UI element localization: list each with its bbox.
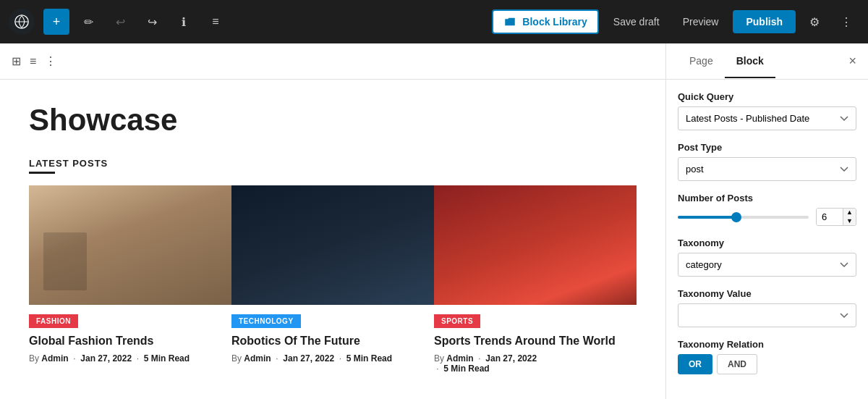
taxonomy-relation-row: OR AND <box>678 354 856 374</box>
post-image-fashion <box>29 185 231 305</box>
increment-button[interactable]: ▲ <box>843 209 856 217</box>
post-readtime-fashion: 5 Min Read <box>144 353 190 364</box>
post-type-label: Post Type <box>678 142 856 153</box>
posts-grid: FASHION Global Fashion Trends By Admin ·… <box>29 185 637 374</box>
settings-button[interactable]: ⚙ <box>801 9 827 35</box>
taxonomy-value-select[interactable] <box>678 303 856 327</box>
quick-query-section: Quick Query Latest Posts - Published Dat… <box>678 91 856 130</box>
taxonomy-value-section: Taxonomy Value <box>678 288 856 327</box>
main-toolbar: + ✏ ↩ ↪ ℹ ≡ Block Library Save draft Pre… <box>0 0 868 43</box>
tab-block[interactable]: Block <box>725 45 775 78</box>
pencil-icon: ✏ <box>84 15 93 29</box>
preview-button[interactable]: Preview <box>674 12 728 32</box>
posts-slider[interactable] <box>678 210 809 224</box>
more-options-button[interactable]: ⋮ <box>833 9 859 35</box>
taxonomy-value-label: Taxonomy Value <box>678 288 856 299</box>
add-block-button[interactable]: + <box>43 9 69 35</box>
editor-secondary-toolbar: ⊞ ≡ ⋮ <box>0 43 665 80</box>
post-date-technology: Jan 27, 2022 <box>283 353 334 364</box>
editor-area: ⊞ ≡ ⋮ Showcase Latest Posts FASHION Glob… <box>0 43 665 399</box>
taxonomy-section: Taxonomy category tag custom <box>678 238 856 277</box>
post-title-technology: Robotics Of The Future <box>231 334 431 349</box>
block-library-label: Block Library <box>522 16 587 28</box>
ellipsis-icon: ⋮ <box>841 15 852 29</box>
list-view-button[interactable]: ≡ <box>203 9 229 35</box>
post-date-sports: Jan 27, 2022 <box>485 353 537 364</box>
post-type-select[interactable]: post page custom <box>678 157 856 181</box>
post-meta-technology: By Admin · Jan 27, 2022 · 5 Min Read <box>231 353 431 364</box>
post-type-section: Post Type post page custom <box>678 142 856 181</box>
info-button[interactable]: ℹ <box>171 9 197 35</box>
post-date-fashion: Jan 27, 2022 <box>80 353 132 364</box>
redo-icon: ↪ <box>148 15 157 29</box>
post-author-technology: Admin <box>244 353 271 364</box>
post-image-sports <box>434 185 637 305</box>
number-of-posts-section: Number of Posts 6 ▲ ▼ <box>678 193 856 226</box>
post-card-technology: TECHNOLOGY Robotics Of The Future By Adm… <box>231 185 434 374</box>
slider-track <box>678 216 809 219</box>
decrement-button[interactable]: ▼ <box>843 217 856 226</box>
post-card-body-technology: TECHNOLOGY Robotics Of The Future By Adm… <box>231 305 434 364</box>
taxonomy-label: Taxonomy <box>678 238 856 248</box>
layout-icon[interactable]: ⊞ <box>12 54 21 68</box>
quick-query-label: Quick Query <box>678 91 856 102</box>
hamburger-icon[interactable]: ≡ <box>30 55 36 68</box>
section-underline <box>29 172 55 174</box>
gear-icon: ⚙ <box>809 15 820 29</box>
number-spinners: ▲ ▼ <box>843 209 856 225</box>
folder-icon <box>503 15 516 28</box>
more-icon[interactable]: ⋮ <box>45 54 56 68</box>
panel-body: Quick Query Latest Posts - Published Dat… <box>666 80 868 386</box>
post-title-sports: Sports Trends Around The World <box>434 334 634 349</box>
taxonomy-select[interactable]: category tag custom <box>678 253 856 277</box>
block-library-button[interactable]: Block Library <box>492 9 598 34</box>
post-card-fashion: FASHION Global Fashion Trends By Admin ·… <box>29 185 231 374</box>
taxonomy-relation-label: Taxonomy Relation <box>678 339 856 350</box>
info-icon: ℹ <box>182 15 186 29</box>
slider-fill <box>678 216 736 219</box>
relation-or-button[interactable]: OR <box>678 354 712 374</box>
slider-thumb[interactable] <box>731 212 741 222</box>
taxonomy-relation-section: Taxonomy Relation OR AND <box>678 339 856 374</box>
panel-header: Page Block × <box>666 43 868 80</box>
save-draft-button[interactable]: Save draft <box>605 12 668 32</box>
post-meta-fashion: By Admin · Jan 27, 2022 · 5 Min Read <box>29 353 229 364</box>
quick-query-select[interactable]: Latest Posts - Published Date Latest Pos… <box>678 106 856 130</box>
redo-button[interactable]: ↪ <box>139 9 165 35</box>
page-title: Showcase <box>29 103 637 138</box>
relation-and-button[interactable]: AND <box>717 354 757 374</box>
section-label: Latest Posts <box>29 158 637 169</box>
post-title-fashion: Global Fashion Trends <box>29 334 229 349</box>
number-of-posts-input[interactable]: 6 <box>817 209 843 225</box>
main-layout: ⊞ ≡ ⋮ Showcase Latest Posts FASHION Glob… <box>0 43 868 399</box>
undo-button[interactable]: ↩ <box>107 9 133 35</box>
list-icon: ≡ <box>212 15 218 28</box>
publish-button[interactable]: Publish <box>733 10 796 33</box>
undo-icon: ↩ <box>116 15 125 29</box>
post-readtime-technology: 5 Min Read <box>346 353 392 364</box>
post-image-technology <box>231 185 434 305</box>
post-card-sports: SPORTS Sports Trends Around The World By… <box>434 185 637 374</box>
side-panel: Page Block × Quick Query Latest Posts - … <box>665 43 868 399</box>
post-card-body-sports: SPORTS Sports Trends Around The World By… <box>434 305 637 374</box>
tools-button[interactable]: ✏ <box>75 9 101 35</box>
category-badge-sports: SPORTS <box>434 314 480 328</box>
category-badge-technology: TECHNOLOGY <box>231 314 301 328</box>
post-readtime-sports: 5 Min Read <box>443 364 489 374</box>
post-author-sports: Admin <box>446 353 473 364</box>
number-of-posts-label: Number of Posts <box>678 193 856 203</box>
post-author-fashion: Admin <box>41 353 68 364</box>
category-badge-fashion: FASHION <box>29 314 78 328</box>
panel-close-button[interactable]: × <box>848 54 856 69</box>
post-card-body-fashion: FASHION Global Fashion Trends By Admin ·… <box>29 305 231 364</box>
post-meta-sports: By Admin · Jan 27, 2022 · 5 Min Read <box>434 353 634 374</box>
number-posts-row: 6 ▲ ▼ <box>678 208 856 226</box>
tab-page[interactable]: Page <box>678 45 725 78</box>
editor-content: Showcase Latest Posts FASHION Global Fas… <box>0 80 665 399</box>
number-input-group: 6 ▲ ▼ <box>816 208 856 226</box>
wp-logo[interactable] <box>9 9 35 35</box>
